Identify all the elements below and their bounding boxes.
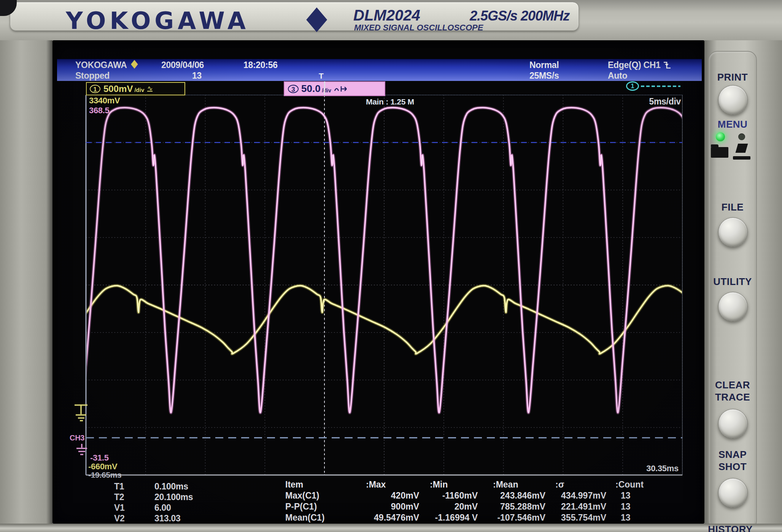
ac-coupling-icon: ∿ — [147, 86, 153, 92]
ch1-number-icon: 1 — [90, 85, 100, 93]
history-label: HISTORY — [702, 524, 759, 532]
trigger-position-tick — [324, 81, 325, 95]
run-state: Stopped — [75, 71, 110, 81]
window-left-time: -19.65ms — [88, 470, 122, 480]
ch3-scale-badge: 3 50.0 /div — [284, 81, 385, 96]
acquisition-mode: Normal — [529, 60, 559, 70]
trigger-position-marker: T — [319, 71, 324, 81]
ch1-per-div: /div — [134, 84, 144, 93]
cursor1-dash-line-icon — [641, 86, 680, 87]
cursor1-indicator: 1 — [626, 81, 680, 91]
ch3-number-icon: 3 — [288, 85, 299, 93]
ch3-per-div: /div — [322, 84, 331, 93]
status-time: 18:20:56 — [243, 60, 278, 70]
timebase-readout: 5ms/div — [649, 97, 681, 107]
falling-edge-trigger-icon — [663, 60, 672, 70]
coupling-probe-icon — [334, 85, 349, 93]
ch1-scale: 500mV — [103, 84, 133, 94]
ch3-scale: 50.0 — [301, 83, 321, 95]
sample-rate: 25MS/s — [529, 71, 559, 81]
trigger-source: Edge(Q) CH1 — [608, 60, 661, 70]
cursor1-number-icon: 1 — [626, 81, 639, 91]
status-brand: YOKOGAWA — [75, 60, 127, 70]
status-bar — [57, 59, 702, 81]
oscilloscope-front: YOKOGAWA ◆ DLM2024 2.5GS/s 200MHz MIXED … — [0, 0, 782, 532]
main-record-length: Main : 1.25 M — [366, 97, 414, 106]
ch1-scale-badge: 1 500mV /div ∿ — [86, 82, 185, 95]
history-count: 13 — [192, 71, 202, 81]
trigger-mode: Auto — [608, 71, 627, 81]
ch3-max-readout: 368.5 — [89, 106, 110, 116]
ch3-position-label: CH3 — [70, 434, 84, 442]
window-right-time: 30.35ms — [646, 464, 679, 473]
status-date: 2009/04/06 — [161, 60, 204, 70]
status-diamond-icon: ◆ — [131, 57, 138, 70]
ch1-max-readout: 3340mV — [89, 96, 120, 106]
